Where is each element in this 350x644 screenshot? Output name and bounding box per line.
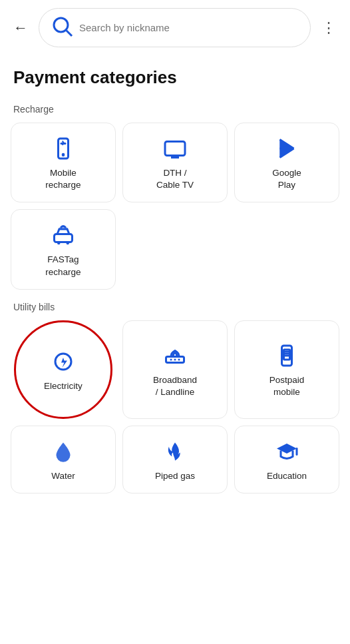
header: ← ⋮ (0, 0, 350, 55)
mobile-icon (51, 137, 75, 161)
fastag-label: FASTagrecharge (45, 254, 81, 278)
google-play-label: GooglePlay (272, 167, 301, 191)
fastag-card[interactable]: FASTagrecharge (11, 209, 116, 289)
education-label: Education (267, 470, 307, 482)
electricity-card[interactable]: Electricity (14, 320, 112, 419)
broadband-label: Broadband/ Landline (153, 374, 197, 398)
svg-point-17 (178, 358, 180, 360)
fastag-icon (51, 223, 75, 247)
google-play-card[interactable]: GooglePlay (234, 123, 339, 202)
recharge-grid: Mobilerecharge DTH /Cable TV GooglePlay (0, 120, 350, 292)
piped-gas-label: Piped gas (155, 470, 195, 482)
piped-gas-card[interactable]: Piped gas (122, 426, 228, 493)
dth-card[interactable]: DTH /Cable TV (122, 123, 228, 202)
recharge-section-label: Recharge (0, 95, 350, 120)
page-title: Payment categories (0, 55, 350, 95)
back-button[interactable]: ← (11, 17, 31, 39)
water-card[interactable]: Water (11, 426, 116, 493)
mobile-recharge-label: Mobilerecharge (45, 167, 81, 191)
electricity-label: Electricity (44, 380, 83, 392)
water-icon (51, 440, 75, 464)
svg-point-12 (67, 242, 70, 245)
search-input[interactable] (79, 22, 299, 33)
search-icon (50, 14, 74, 41)
broadband-card[interactable]: Broadband/ Landline (122, 320, 228, 419)
search-bar[interactable] (39, 8, 311, 47)
water-label: Water (51, 470, 75, 482)
utility-section-label: Utility bills (0, 292, 350, 318)
svg-point-16 (174, 358, 176, 360)
svg-rect-10 (55, 234, 73, 242)
svg-line-1 (67, 31, 72, 36)
mobile-recharge-card[interactable]: Mobilerecharge (11, 123, 116, 202)
svg-point-0 (54, 18, 68, 32)
education-icon (275, 440, 299, 464)
svg-point-15 (170, 358, 172, 360)
more-options-button[interactable]: ⋮ (319, 17, 339, 39)
education-card[interactable]: Education (234, 426, 339, 493)
dth-label: DTH /Cable TV (156, 167, 194, 191)
tv-icon (163, 137, 187, 161)
utility-grid: Electricity Broadband/ Landline (0, 318, 350, 496)
postpaid-card[interactable]: Postpaidmobile (234, 320, 339, 419)
postpaid-icon (275, 344, 299, 368)
electricity-icon (51, 350, 75, 374)
broadband-icon (163, 344, 187, 368)
gas-icon (163, 440, 187, 464)
postpaid-label: Postpaidmobile (269, 374, 305, 398)
svg-point-11 (57, 242, 61, 245)
svg-rect-4 (165, 142, 185, 156)
play-icon (275, 137, 299, 161)
